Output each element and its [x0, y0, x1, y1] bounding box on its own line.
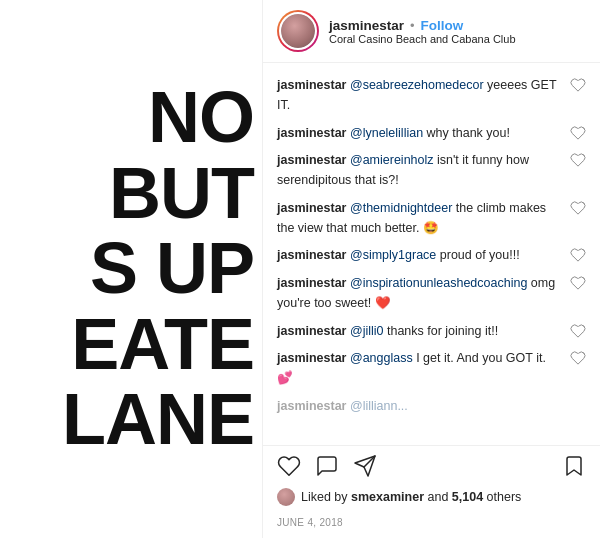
comment-mention[interactable]: @simply1grace — [350, 248, 436, 262]
avatar-ring — [277, 10, 319, 52]
comment-heart-icon[interactable] — [570, 350, 586, 366]
header-location: Coral Casino Beach and Cabana Club — [329, 33, 516, 45]
comment-icon[interactable] — [315, 454, 339, 478]
comment-username[interactable]: jasminestar — [277, 324, 350, 338]
comment-text-wrap: jasminestar @jilli0 thanks for joining i… — [277, 321, 562, 341]
comment-username[interactable]: jasminestar — [277, 351, 350, 365]
comment-heart-icon[interactable] — [570, 77, 586, 93]
comment-text-wrap: jasminestar @inspirationunleashedcoachin… — [277, 273, 562, 313]
comment-text: jasminestar @angglass I get it. And you … — [277, 351, 546, 385]
comment-username[interactable]: jasminestar — [277, 126, 350, 140]
comment-row: jasminestar @amiereinholz isn't it funny… — [263, 146, 600, 194]
action-icons-left — [277, 454, 377, 478]
comment-text: jasminestar @jilli0 thanks for joining i… — [277, 324, 498, 338]
header-info: jasminestar • Follow Coral Casino Beach … — [329, 18, 516, 45]
comment-mention[interactable]: @angglass — [350, 351, 413, 365]
comment-username[interactable]: jasminestar — [277, 248, 350, 262]
comment-text: jasminestar @inspirationunleashedcoachin… — [277, 276, 555, 310]
comment-mention[interactable]: @amiereinholz — [350, 153, 434, 167]
instagram-panel: jasminestar • Follow Coral Casino Beach … — [262, 0, 600, 538]
likes-avatar — [277, 488, 295, 506]
comment-text: jasminestar @lynelelillian why thank you… — [277, 126, 510, 140]
date-row: JUNE 4, 2018 — [263, 510, 600, 538]
likes-text: Liked by smexaminer and 5,104 others — [301, 490, 521, 504]
avatar-image — [281, 14, 315, 48]
comment-username[interactable]: jasminestar — [277, 153, 350, 167]
left-text: NOBUTS UPEATELANE — [62, 80, 262, 458]
comment-row: jasminestar @lynelelillian why thank you… — [263, 119, 600, 147]
comment-username[interactable]: jasminestar — [277, 201, 350, 215]
comment-heart-icon[interactable] — [570, 275, 586, 291]
comment-mention[interactable]: @jilli0 — [350, 324, 384, 338]
comment-text-wrap: jasminestar @seabreezehomedecor yeeees G… — [277, 75, 562, 115]
comment-heart-icon[interactable] — [570, 125, 586, 141]
comment-text-wrap: jasminestar @amiereinholz isn't it funny… — [277, 150, 562, 190]
comment-row: jasminestar @seabreezehomedecor yeeees G… — [263, 71, 600, 119]
comment-heart-icon[interactable] — [570, 323, 586, 339]
comment-mention[interactable]: @inspirationunleashedcoaching — [350, 276, 527, 290]
comment-text: jasminestar @seabreezehomedecor yeeees G… — [277, 78, 556, 112]
comment-row: jasminestar @jilli0 thanks for joining i… — [263, 317, 600, 345]
post-date: JUNE 4, 2018 — [277, 517, 343, 528]
comment-text-wrap: jasminestar @simply1grace proud of you!!… — [277, 245, 562, 265]
header-dot: • — [410, 18, 415, 33]
header-top: jasminestar • Follow — [329, 18, 516, 33]
comment-mention[interactable]: @lynelelillian — [350, 126, 423, 140]
comment-row: jasminestar @angglass I get it. And you … — [263, 344, 600, 392]
comment-text-wrap: jasminestar @themidnightdeer the climb m… — [277, 198, 562, 238]
comment-username[interactable]: jasminestar — [277, 276, 350, 290]
post-header: jasminestar • Follow Coral Casino Beach … — [263, 0, 600, 63]
comment-mention[interactable]: @themidnightdeer — [350, 201, 452, 215]
comment-heart-icon[interactable] — [570, 152, 586, 168]
comment-row: jasminestar @simply1grace proud of you!!… — [263, 241, 600, 269]
likes-row: Liked by smexaminer and 5,104 others — [263, 486, 600, 510]
comment-text: jasminestar @simply1grace proud of you!!… — [277, 248, 520, 262]
avatar — [279, 12, 317, 50]
left-panel: NOBUTS UPEATELANE — [0, 0, 262, 538]
comment-row: jasminestar @inspirationunleashedcoachin… — [263, 269, 600, 317]
comment-text-wrap: jasminestar @lynelelillian why thank you… — [277, 123, 562, 143]
comment-row: jasminestar @themidnightdeer the climb m… — [263, 194, 600, 242]
follow-button[interactable]: Follow — [421, 18, 464, 33]
comment-mention[interactable]: @seabreezehomedecor — [350, 78, 484, 92]
comment-heart-icon[interactable] — [570, 247, 586, 263]
action-bar — [263, 445, 600, 486]
like-icon[interactable] — [277, 454, 301, 478]
comment-row-partial: jasminestar @lilliann... — [263, 392, 600, 420]
comment-text: jasminestar @amiereinholz isn't it funny… — [277, 153, 529, 187]
comment-username[interactable]: jasminestar — [277, 78, 350, 92]
comment-text: jasminestar @themidnightdeer the climb m… — [277, 201, 546, 235]
bookmark-icon[interactable] — [562, 454, 586, 478]
header-username[interactable]: jasminestar — [329, 18, 404, 33]
comments-area: jasminestar @seabreezehomedecor yeeees G… — [263, 63, 600, 445]
share-icon[interactable] — [353, 454, 377, 478]
comment-text-wrap: jasminestar @angglass I get it. And you … — [277, 348, 562, 388]
comment-heart-icon[interactable] — [570, 200, 586, 216]
